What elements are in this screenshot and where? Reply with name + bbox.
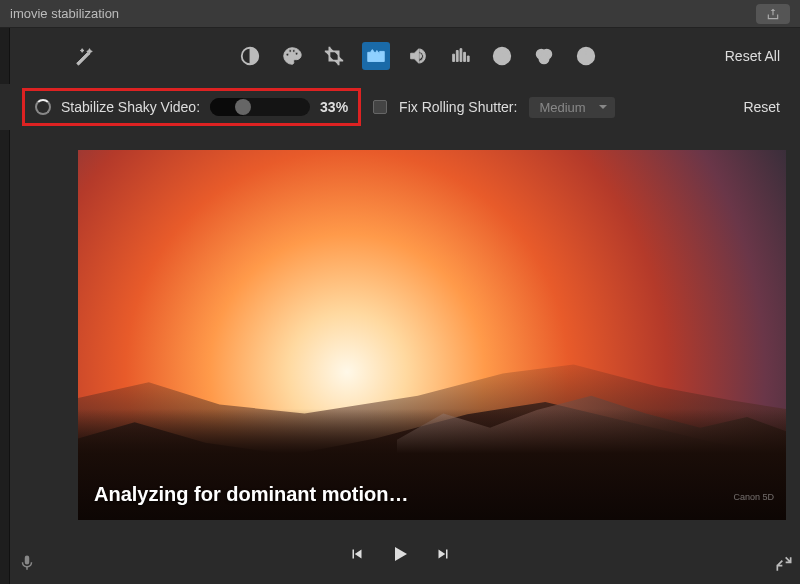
- skip-forward-icon: [434, 545, 452, 563]
- fix-rolling-label: Fix Rolling Shutter:: [399, 99, 517, 115]
- speaker-icon: [407, 45, 429, 67]
- noise-reduction-button[interactable]: [446, 42, 474, 70]
- fullscreen-button[interactable]: [774, 554, 794, 578]
- inspector-toolbar: Reset All: [0, 28, 800, 84]
- window-title: imovie stabilization: [10, 6, 119, 21]
- svg-point-4: [539, 54, 548, 63]
- microphone-icon: [18, 552, 36, 574]
- crop-button[interactable]: [320, 42, 348, 70]
- analysis-status-text: Analyzing for dominant motion…: [94, 483, 408, 506]
- equalizer-icon: [449, 45, 471, 67]
- info-icon: [575, 45, 597, 67]
- color-correction-button[interactable]: [278, 42, 306, 70]
- skip-back-icon: [348, 545, 366, 563]
- fix-rolling-shutter-checkbox[interactable]: [373, 100, 387, 114]
- stabilize-slider[interactable]: [210, 98, 310, 116]
- voiceover-button[interactable]: [18, 552, 36, 578]
- reset-button[interactable]: Reset: [743, 99, 780, 115]
- rolling-shutter-dropdown[interactable]: Medium: [529, 97, 615, 118]
- share-icon: [766, 7, 780, 21]
- crop-icon: [323, 45, 345, 67]
- window-titlebar: imovie stabilization: [0, 0, 800, 28]
- stabilization-button[interactable]: [362, 42, 390, 70]
- previous-button[interactable]: [348, 545, 366, 567]
- video-preview: Analyzing for dominant motion… Canon 5D: [78, 150, 786, 520]
- next-button[interactable]: [434, 545, 452, 567]
- expand-icon: [774, 554, 794, 574]
- stabilize-label: Stabilize Shaky Video:: [61, 99, 200, 115]
- play-button[interactable]: [388, 542, 412, 570]
- speed-button[interactable]: [488, 42, 516, 70]
- camera-icon: [365, 45, 387, 67]
- info-button[interactable]: [572, 42, 600, 70]
- play-icon: [388, 542, 412, 566]
- speedometer-icon: [491, 45, 513, 67]
- loading-spinner-icon: [35, 99, 51, 115]
- share-button[interactable]: [756, 4, 790, 24]
- rolling-dropdown-value: Medium: [539, 100, 585, 115]
- playback-controls: [10, 536, 790, 576]
- stabilize-control-highlighted: Stabilize Shaky Video: 33%: [22, 88, 361, 126]
- auto-enhance-button[interactable]: [70, 42, 98, 70]
- color-filter-button[interactable]: [530, 42, 558, 70]
- overlap-circles-icon: [533, 45, 555, 67]
- stabilize-percent-value: 33%: [320, 99, 348, 115]
- palette-icon: [281, 45, 303, 67]
- stabilization-controls-row: Stabilize Shaky Video: 33% Fix Rolling S…: [0, 84, 800, 130]
- wand-icon: [73, 45, 95, 67]
- source-caption: Canon 5D: [733, 492, 774, 502]
- reset-all-button[interactable]: Reset All: [725, 48, 780, 64]
- color-balance-button[interactable]: [236, 42, 264, 70]
- contrast-icon: [239, 45, 261, 67]
- volume-button[interactable]: [404, 42, 432, 70]
